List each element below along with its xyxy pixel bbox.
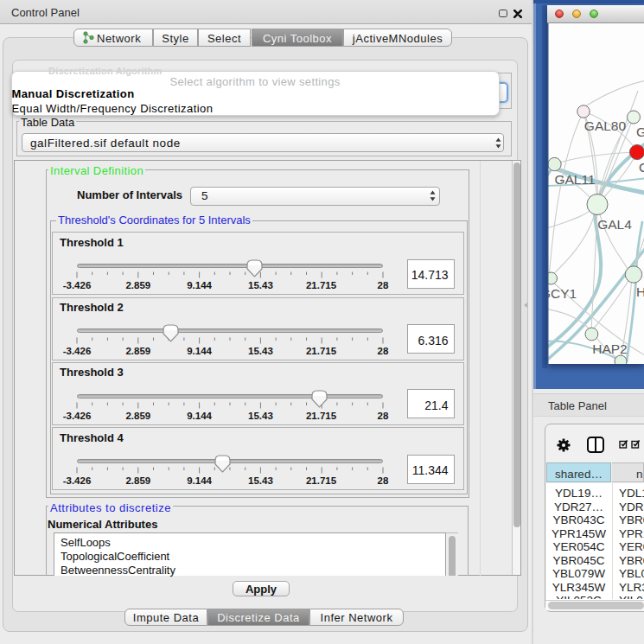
svg-text:GAL80: GAL80 bbox=[584, 118, 627, 133]
svg-text:CY: CY bbox=[639, 160, 644, 175]
svg-text:GAL4: GAL4 bbox=[597, 217, 632, 232]
svg-text:GAL11: GAL11 bbox=[554, 172, 595, 187]
svg-text:GCY1: GCY1 bbox=[547, 286, 577, 301]
svg-text:HI: HI bbox=[636, 284, 644, 299]
svg-text:HAP2: HAP2 bbox=[592, 341, 628, 356]
svg-text:GAL1: GAL1 bbox=[636, 124, 644, 139]
